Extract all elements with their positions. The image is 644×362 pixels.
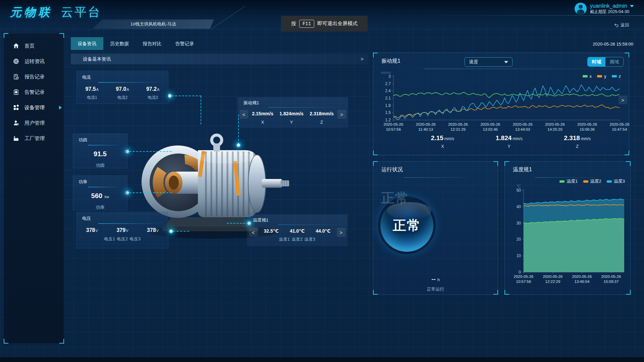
current-item-value: 97.2A [146, 86, 159, 92]
x-tick-label: 2020-05-2615:09:37 [595, 274, 627, 284]
svg-text:1.5: 1.5 [385, 110, 391, 115]
x-tick-label: 2020-05-2610:57:56 [507, 274, 540, 284]
product-logo: 云平台 [61, 4, 101, 20]
x-tick-label: 2020-05-2614:25:20 [539, 122, 571, 132]
current-item-label: 电流2 [116, 95, 129, 101]
back-button[interactable]: 返回 [614, 22, 629, 28]
temperature-item-value: 32.5℃ [264, 228, 279, 234]
vibration-axis-item: 2.318mm/sZ [310, 111, 334, 125]
panel-decor-line [404, 177, 471, 178]
corner-decor [625, 150, 629, 155]
sidebar-item-3[interactable]: 报告记录 [4, 69, 64, 84]
dropdown-value: 速度 [469, 59, 478, 65]
breadcrumb: 1#线主供风机电机-马达 [93, 19, 214, 29]
expand-chevron-icon[interactable]: > [361, 54, 364, 64]
card-decor-line [98, 82, 163, 83]
sidebar-item-label: 报告记录 [24, 74, 45, 80]
chevron-right-icon [59, 106, 62, 110]
temperature-callout: 温度规1 32.5℃41.0℃44.0℃ 温度1 温度2 温度3 < > [247, 215, 347, 246]
summary-value: 2.318mm/s [564, 134, 591, 142]
svg-text:2.7: 2.7 [385, 81, 391, 86]
toggle-time-domain[interactable]: 时域 [588, 57, 605, 66]
connector-dot [237, 143, 240, 147]
tab-2[interactable]: 历史数据 [103, 37, 136, 50]
legend-item: 温度1 [559, 178, 578, 184]
corner-decor [59, 339, 64, 344]
x-tick-label: 2020-05-2612:22:29 [537, 274, 569, 284]
alarm-record-icon [13, 89, 19, 96]
tab-4[interactable]: 告警记录 [168, 37, 201, 50]
sidebar-item-1[interactable]: 首页 [4, 38, 64, 54]
voltage-item-unit: V [126, 229, 128, 233]
vibration-callout: 振动规1 2.15mm/sX1.824mm/sY2.318mm/sZ < > [237, 97, 348, 128]
current-item-value: 97.5A [86, 86, 99, 92]
power-factor-label: 功因 [73, 163, 127, 169]
temperature-item-value: 41.0℃ [290, 228, 305, 234]
run-hours-unit: h [437, 278, 440, 282]
sidebar-item-label: 运转资讯 [24, 58, 45, 65]
summary-axis: X [431, 144, 454, 149]
corner-decor [4, 339, 8, 344]
callout-decor-line [268, 107, 345, 108]
panel-decor-line [424, 69, 629, 69]
tab-3[interactable]: 报告对比 [136, 37, 168, 50]
sidebar-item-label: 工厂管理 [24, 135, 45, 142]
header-decor-line [211, 6, 245, 29]
sidebar-item-label: 设备管理 [24, 105, 45, 111]
home-icon [13, 43, 19, 49]
card-title: 功率 [73, 176, 127, 185]
tab-1[interactable]: 设备资讯 [71, 37, 103, 50]
next-chevron-button[interactable]: > [337, 228, 345, 237]
corner-decor [504, 161, 509, 166]
temperature-item: 41.0℃ [290, 228, 305, 234]
sidebar-item-4[interactable]: 告警记录 [4, 84, 64, 100]
vibration-axis-label: X [252, 120, 273, 125]
sidebar-item-7[interactable]: 工厂管理 [4, 131, 64, 146]
f11-key: F11 [299, 20, 314, 28]
sidebar-item-5[interactable]: 设备管理 [4, 100, 64, 115]
vibration-axis-value: 1.824mm/s [279, 111, 304, 116]
x-tick-label: 2020-05-2610:57:56 [377, 122, 410, 132]
x-tick-label: 2020-05-2613:02:45 [474, 122, 506, 132]
temperature-item-value: 44.0℃ [316, 228, 330, 234]
domain-toggle: 时域频域 [587, 57, 624, 67]
summary-item: 1.824mm/sY [496, 134, 523, 149]
panel-decor-line [535, 177, 595, 178]
power-card: 功率 560 kw 功率 [73, 175, 127, 210]
svg-text:1.8: 1.8 [385, 103, 391, 108]
summary-value: 1.824mm/s [496, 134, 523, 142]
sidebar-item-2[interactable]: 运转资讯 [4, 54, 64, 69]
connector-line [172, 96, 201, 96]
voltage-item-value: 378V [147, 227, 159, 233]
user-manage-icon [13, 120, 19, 126]
legend-swatch [607, 180, 612, 183]
vibration-axis-item: 2.15mm/sX [252, 111, 273, 125]
svg-text:30: 30 [517, 221, 521, 226]
prev-chevron-button[interactable]: < [239, 110, 248, 119]
summary-unit: mm/s [513, 136, 522, 141]
user-menu[interactable]: yuanlink_admin 截止期至 2025-04-30 [575, 3, 634, 15]
voltage-item: 378V [147, 227, 159, 233]
current-item-label: 电流3 [146, 95, 159, 101]
current-item-label: 电流1 [86, 95, 99, 101]
corner-decor [373, 161, 378, 166]
x-tick-label: 2020-05-2613:46:04 [566, 274, 598, 284]
next-chevron-button[interactable]: > [337, 110, 346, 119]
corner-decor [493, 161, 498, 166]
measure-type-dropdown[interactable]: 速度 [465, 57, 513, 67]
status-panel: 运行状况 正常 正常 -- h 正常运行 [373, 161, 498, 295]
toggle-freq-domain[interactable]: 频域 [605, 57, 623, 66]
panel-next-chevron-button[interactable]: > [619, 96, 627, 104]
factory-icon [13, 135, 19, 142]
svg-text:3: 3 [388, 74, 391, 79]
vibration-axis-label: Y [279, 120, 304, 125]
current-datetime: 2020-05-26 15:59:00 [570, 42, 633, 47]
device-manage-icon [13, 104, 19, 111]
temperature-callout-labels: 温度1 温度2 温度3 [247, 237, 347, 242]
svg-text:2.1: 2.1 [385, 96, 391, 101]
prev-chevron-button[interactable]: < [249, 228, 258, 237]
current-card: 电流 97.5A电流197.0A电流297.2A电流3 [76, 71, 168, 104]
sidebar-item-6[interactable]: 用户管理 [4, 115, 64, 131]
report-icon [13, 73, 19, 80]
corner-decor [625, 53, 629, 57]
